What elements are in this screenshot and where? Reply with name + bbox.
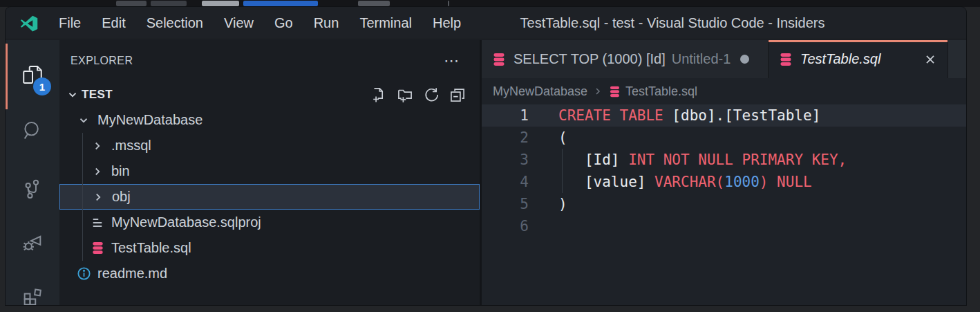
background-artifact xyxy=(243,1,318,6)
tree-item-label: TestTable.sql xyxy=(111,240,191,256)
background-window-strip xyxy=(0,0,980,7)
title-bar: File Edit Selection View Go Run Terminal… xyxy=(6,7,966,39)
code-line: ) xyxy=(529,193,966,215)
tree-item-readme[interactable]: readme.md xyxy=(59,261,480,286)
code-line: ( xyxy=(529,127,966,149)
window-title: TestTable.sql - test - Visual Studio Cod… xyxy=(393,7,952,39)
code-line: CREATE TABLE [dbo].[TestTable] xyxy=(529,104,966,127)
tab-detail: Untitled-1 xyxy=(672,51,731,67)
info-icon xyxy=(75,266,93,282)
tree-item-label: .mssql xyxy=(111,138,151,154)
close-icon[interactable] xyxy=(923,52,938,67)
database-icon xyxy=(608,85,621,98)
tree-item-obj[interactable]: obj xyxy=(59,184,480,210)
chevron-right-icon xyxy=(88,138,106,154)
run-and-debug-icon[interactable] xyxy=(6,223,59,262)
explorer-icon[interactable]: 1 xyxy=(6,55,59,94)
collapse-all-icon[interactable] xyxy=(448,85,467,104)
line-number: 2 xyxy=(482,127,529,149)
source-control-icon[interactable] xyxy=(6,169,59,208)
line-number: 4 xyxy=(482,171,529,193)
code-line: [Id] INT NOT NULL PRIMARY KEY, xyxy=(529,149,966,171)
tree-item-label: readme.md xyxy=(97,266,167,282)
code-line: [value] VARCHAR(1000) NULL xyxy=(529,171,966,193)
section-header-test[interactable]: TEST xyxy=(59,82,480,107)
chevron-right-icon xyxy=(88,164,106,179)
line-number: 1 xyxy=(482,104,529,127)
refresh-icon[interactable] xyxy=(422,85,441,104)
more-actions-icon[interactable]: ⋯ xyxy=(440,57,464,65)
explorer-header: EXPLORER ⋯ xyxy=(59,40,480,82)
breadcrumb: MyNewDatabase TestTable.sql xyxy=(482,78,966,104)
background-artifact xyxy=(151,1,187,6)
menu-edit[interactable]: Edit xyxy=(91,7,135,39)
explorer-badge: 1 xyxy=(33,77,51,95)
tab-title: SELECT TOP (1000) [Id] xyxy=(513,51,666,67)
tab-untitled-1[interactable]: SELECT TOP (1000) [Id] Untitled-1 xyxy=(482,40,769,78)
database-icon xyxy=(778,52,793,67)
background-artifact xyxy=(448,1,449,6)
background-artifact xyxy=(116,1,147,6)
section-title: TEST xyxy=(82,88,113,102)
breadcrumb-file[interactable]: TestTable.sql xyxy=(625,84,697,99)
menu-go[interactable]: Go xyxy=(264,7,303,39)
tree-item-mssql[interactable]: .mssql xyxy=(59,133,480,158)
line-number: 5 xyxy=(482,193,529,215)
tree-item-bin[interactable]: bin xyxy=(59,158,480,184)
vscode-window: File Edit Selection View Go Run Terminal… xyxy=(6,7,966,305)
tree-item-label: MyNewDatabase.sqlproj xyxy=(111,214,261,230)
tab-bar: SELECT TOP (1000) [Id] Untitled-1 TestTa… xyxy=(482,40,966,78)
code-editor[interactable]: 1 2 3 4 5 6 CREATE TABLE [dbo].[TestTabl… xyxy=(482,104,966,305)
background-artifact xyxy=(202,1,239,6)
tree-item-sqlproj[interactable]: MyNewDatabase.sqlproj xyxy=(59,210,480,235)
line-number-gutter: 1 2 3 4 5 6 xyxy=(482,104,529,237)
breadcrumb-folder[interactable]: MyNewDatabase xyxy=(493,84,587,99)
new-file-icon[interactable] xyxy=(369,85,388,104)
tree-item-testtable-sql[interactable]: TestTable.sql xyxy=(59,235,480,261)
chevron-right-icon xyxy=(592,86,603,97)
section-actions xyxy=(369,85,480,104)
file-tree: MyNewDatabase .mssql bin xyxy=(59,107,480,286)
chevron-down-icon xyxy=(66,89,79,101)
tree-item-label: bin xyxy=(111,163,130,179)
dirty-indicator[interactable] xyxy=(740,55,749,64)
database-icon xyxy=(88,241,106,256)
editor-group: SELECT TOP (1000) [Id] Untitled-1 TestTa… xyxy=(482,40,966,305)
vscode-insiders-logo xyxy=(19,14,39,33)
line-number: 6 xyxy=(482,215,529,237)
tree-item-mynewdatabase[interactable]: MyNewDatabase xyxy=(59,107,480,133)
menu-view[interactable]: View xyxy=(214,7,264,39)
background-artifact xyxy=(358,1,390,6)
database-icon xyxy=(491,52,507,67)
tree-indent-guide xyxy=(82,133,83,261)
code-line xyxy=(529,215,966,237)
menu-selection[interactable]: Selection xyxy=(136,7,214,39)
tree-item-label: obj xyxy=(112,189,131,205)
sqlproj-file-icon xyxy=(88,215,106,230)
activity-bar: 1 xyxy=(6,40,59,305)
menu-file[interactable]: File xyxy=(48,7,91,39)
menu-run[interactable]: Run xyxy=(303,7,350,39)
explorer-title: EXPLORER xyxy=(70,55,133,67)
extensions-icon[interactable] xyxy=(6,275,59,305)
chevron-right-icon xyxy=(89,190,107,205)
explorer-sidebar: EXPLORER ⋯ TEST xyxy=(59,40,480,305)
tab-testtable-sql[interactable]: TestTable.sql xyxy=(769,40,948,78)
code-content: CREATE TABLE [dbo].[TestTable] ( [Id] IN… xyxy=(529,104,966,237)
screenshot-canvas: File Edit Selection View Go Run Terminal… xyxy=(0,0,980,312)
tab-title: TestTable.sql xyxy=(800,51,880,67)
chevron-down-icon xyxy=(75,113,93,128)
new-folder-icon[interactable] xyxy=(395,85,415,104)
search-icon[interactable] xyxy=(6,111,59,150)
line-number: 3 xyxy=(482,149,529,171)
tree-item-label: MyNewDatabase xyxy=(97,112,202,128)
